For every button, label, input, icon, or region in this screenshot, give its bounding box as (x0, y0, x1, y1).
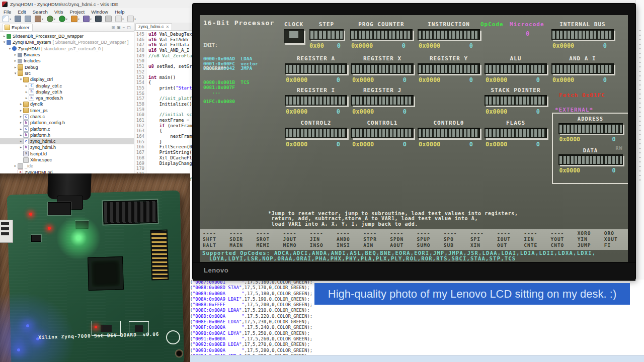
menu-vitis[interactable]: Vitis (54, 9, 63, 15)
tree-item-vga-modes-h[interactable]: ▸hvga_modes.h (0, 95, 134, 101)
tree-item-timer-ps[interactable]: ▸timer_ps (0, 108, 134, 114)
opcode-label: OpCode (480, 21, 504, 28)
line-number: 165 (134, 139, 146, 145)
signal-column: ----SHFTHALT (200, 230, 226, 250)
collapse-all-icon[interactable]: ▣ (116, 25, 122, 30)
led-bar (551, 63, 614, 74)
tree-item-platform-c[interactable]: ▸cplatform.c (0, 126, 134, 132)
chevron-right-icon: ▸ (19, 109, 23, 113)
toolbar-link-editor-button[interactable] (105, 16, 112, 22)
explorer-tab[interactable]: Explorer (2, 24, 33, 31)
menu-project[interactable]: Project (70, 9, 85, 15)
code-line: g("008A:0x00A9 LDAI",17,5,190,0,COLOR_GR… (187, 297, 319, 302)
tree-item-src[interactable]: ▾src (0, 70, 134, 76)
module-flags: FLAGS0x00000 (485, 120, 547, 148)
tree-item-platform-h[interactable]: ▸hplatform.h (0, 132, 134, 138)
toolbar-build-button[interactable]: ▾ (35, 16, 43, 22)
toolbar-new-file-button[interactable]: ▾ (3, 16, 11, 22)
tree-item-label: _ide (25, 163, 33, 168)
code-line: g("008E:0x00AE LDXA",17,5,230,0,COLOR_GR… (187, 319, 319, 325)
code-text: } (148, 139, 162, 145)
code-line: g("0089:0x000A ",17,5,180,0,COLOR_GREEN)… (187, 291, 319, 297)
code-text (148, 107, 151, 113)
microcode-label: Microcode (510, 21, 544, 28)
tree-item-binaries[interactable]: ▸Binaries (0, 52, 134, 58)
signal-column: ----JININSO (307, 230, 334, 250)
processor-display-screen: 16-Bit Processor INIT: 0000:0x00AD LDAA0… (200, 15, 628, 262)
program-line: 01FC:0x0080 (203, 99, 250, 104)
signal-label: ---- (337, 230, 360, 236)
file-type-icon: s (23, 151, 29, 156)
tree-item-chars-c[interactable]: ▸cchars.c (0, 114, 134, 120)
tree-item-display-ctrl-h[interactable]: ▸hdisplay_ctrl.h (0, 89, 134, 95)
led-segments (552, 31, 613, 39)
file-type-icon (7, 40, 11, 45)
dropdown-caret-icon: ▾ (66, 17, 67, 21)
menu-edit[interactable]: Edit (18, 9, 26, 15)
module-label: PROG COUNTER (350, 21, 413, 28)
tree-item-lscript-ld[interactable]: slscript.ld (0, 151, 134, 157)
menu-window[interactable]: Window (91, 9, 108, 15)
toolbar-profile-button[interactable]: ▾ (71, 16, 79, 22)
tree-item-platform-config-h[interactable]: ▸hplatform_config.h (0, 120, 134, 126)
signal-label: ---- (229, 230, 253, 236)
supported-opcodes: Supported OpCodes: ADCA,ADCI,ANDA,ANDI,A… (202, 250, 628, 261)
dec-value: 0 (403, 76, 407, 83)
menu-help[interactable]: Help (115, 9, 125, 15)
code-text: { (148, 80, 151, 85)
bottom-status-bar (190, 355, 644, 362)
led-bar (351, 95, 414, 106)
led-segments (419, 31, 479, 39)
toolbar-debug-button[interactable]: ▾ (47, 16, 55, 22)
blue-led (17, 348, 20, 351)
menu-file[interactable]: File (4, 9, 11, 15)
tree-item-sixteenbit-processor-bd-wrapper[interactable]: ▸SixteenBit_Processor_BD_wrapper (0, 33, 134, 39)
editor-overview-ruler[interactable] (635, 0, 644, 280)
tree-item-zynq-hdmi-c[interactable]: ▸czynq_hdmi.c (0, 138, 134, 144)
signal-column: ----SPDNAOUT (387, 230, 414, 250)
toolbar-run-button[interactable]: ▾ (59, 16, 67, 22)
led-bar (350, 29, 413, 40)
module-label: INTERNAL BUS (551, 21, 614, 28)
tree-item-ide[interactable]: ▸_ide (0, 163, 134, 169)
dropdown-caret-icon: ▾ (122, 17, 124, 21)
toolbar-back-button[interactable]: ▾ (115, 16, 124, 22)
file-type-icon: h (23, 120, 29, 126)
menu-search[interactable]: Search (33, 9, 48, 15)
tree-item-xilinx-spec[interactable]: Xilinx.spec (0, 157, 134, 163)
module-label: CONTROL0 (418, 120, 480, 126)
tree-item-debug[interactable]: ▸Debug (0, 64, 134, 70)
toolbar-save-all-button[interactable] (25, 16, 31, 22)
close-tab-icon[interactable]: ✕ (166, 25, 170, 29)
tree-item-zynqhdmi-system[interactable]: ▾ZynqHDMI_system[ SixteenBit_Processor_B… (0, 39, 134, 45)
view-menu-icon[interactable]: ⊞ (111, 25, 116, 30)
toolbar-terminal-button[interactable] (95, 16, 102, 22)
tree-item-zynqhdmi[interactable]: ▾ZynqHDMI[ standalone_ps7_cortexa9_0 ] (0, 46, 134, 52)
tree-item-label: display_ctrl.c (36, 83, 62, 88)
led-bar (351, 128, 414, 138)
code-text: //initial scr (148, 112, 195, 118)
code-line: g("008F:0x000A ",17,5,240,0,COLOR_GREEN)… (187, 325, 319, 330)
toolbar-launch-button[interactable]: ▾ (83, 16, 92, 22)
chevron-right-icon: ▸ (19, 145, 23, 149)
tree-item-label: Binaries (24, 52, 40, 57)
run-icon (59, 16, 65, 22)
signal-column: ----JOUTMEMO (280, 230, 307, 250)
input-connector (0, 220, 13, 243)
dec-value: 0 (402, 42, 406, 49)
tree-item-includes[interactable]: ▸Includes (0, 58, 134, 64)
file-type-icon: c (23, 126, 29, 132)
led-segments (286, 97, 346, 105)
file-type-icon (23, 108, 29, 113)
tree-item-display-ctrl[interactable]: ▾display_ctrl (0, 76, 134, 82)
minimize-icon[interactable]: − (122, 25, 126, 30)
toolbar-save-button[interactable] (15, 16, 21, 22)
maximize-icon[interactable]: ▢ (126, 25, 132, 30)
line-number: 146 (134, 37, 146, 43)
toolbar-forward-button[interactable]: ▾ (127, 16, 136, 22)
tree-item-dynclk[interactable]: ▸dynclk (0, 101, 134, 107)
tree-item-display-ctrl-c[interactable]: ▸cdisplay_ctrl.c (0, 82, 134, 88)
editor-tab[interactable]: zynq_hdmi.c ✕ (135, 23, 172, 30)
tree-item-zynq-hdmi-h[interactable]: ▸hzynq_hdmi.h (0, 144, 134, 150)
signal-label: SROT (256, 236, 280, 242)
